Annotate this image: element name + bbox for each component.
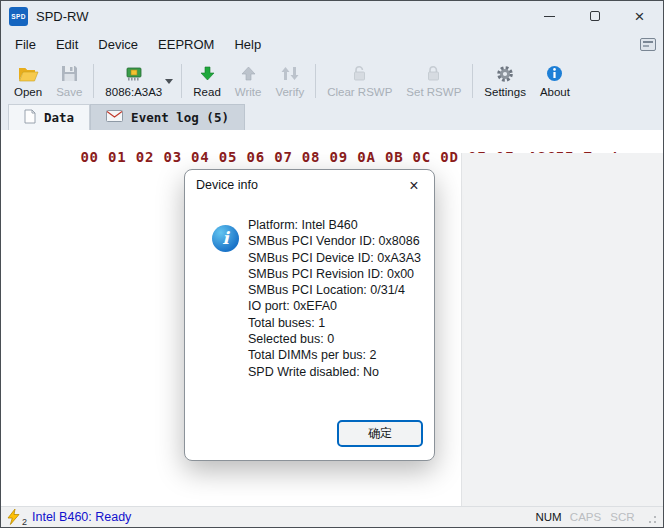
maximize-button[interactable] xyxy=(572,1,617,31)
menu-eeprom[interactable]: EEPROM xyxy=(148,33,224,56)
chip-icon xyxy=(125,64,143,84)
close-button[interactable]: × xyxy=(617,1,662,31)
unlock-icon xyxy=(352,64,367,84)
clear-rswp-label: Clear RSWP xyxy=(327,86,392,98)
tab-event-log-label: Event log (5) xyxy=(131,110,229,125)
tab-event-log[interactable]: Event log (5) xyxy=(90,104,245,130)
info-line-dimms-per-bus: Total DIMMs per bus: 2 xyxy=(248,347,421,363)
status-bar: 2 Intel B460: Ready NUM CAPS SCR xyxy=(1,506,663,527)
toolbar-panel-icon[interactable] xyxy=(640,37,656,55)
read-arrow-down-icon xyxy=(199,64,216,84)
dialog-title: Device info xyxy=(196,178,258,192)
settings-button[interactable]: Settings xyxy=(477,59,533,102)
set-rswp-label: Set RSWP xyxy=(406,86,461,98)
caps-indicator: CAPS xyxy=(567,511,604,523)
title-bar: SPD SPD-RW × xyxy=(1,1,663,31)
info-icon-glyph: i xyxy=(222,230,228,247)
minimize-icon xyxy=(544,16,555,17)
device-info-text: Platform: Intel B460 SMBus PCI Vendor ID… xyxy=(248,217,421,380)
verify-label: Verify xyxy=(275,86,304,98)
ok-button[interactable]: 确定 xyxy=(337,420,423,447)
device-info-dialog: Device info × i Platform: Intel B460 SMB… xyxy=(184,169,435,461)
scr-indicator: SCR xyxy=(604,511,641,523)
window-title: SPD-RW xyxy=(36,9,88,24)
about-label: About xyxy=(540,86,570,98)
clear-rswp-button[interactable]: Clear RSWP xyxy=(320,59,399,102)
info-line-selected-bus: Selected bus: 0 xyxy=(248,331,421,347)
status-text: Intel B460: Ready xyxy=(32,510,131,524)
tab-data-label: Data xyxy=(44,110,74,125)
menu-device[interactable]: Device xyxy=(88,33,148,56)
read-button[interactable]: Read xyxy=(186,59,228,102)
menu-edit[interactable]: Edit xyxy=(46,33,88,56)
info-icon: i xyxy=(212,225,239,252)
info-line-location: SMBus PCI Location: 0/31/4 xyxy=(248,282,421,298)
toolbar-separator xyxy=(315,64,316,98)
settings-label: Settings xyxy=(484,86,526,98)
close-icon: × xyxy=(409,178,418,194)
tab-data[interactable]: Data xyxy=(8,104,90,130)
toolbar-separator xyxy=(93,64,94,98)
info-line-platform: Platform: Intel B460 xyxy=(248,217,421,233)
verify-arrows-icon xyxy=(280,64,300,84)
minimize-button[interactable] xyxy=(527,1,572,31)
write-arrow-up-icon xyxy=(240,64,257,84)
about-button[interactable]: About xyxy=(533,59,577,102)
save-button[interactable]: Save xyxy=(49,59,89,102)
menu-file[interactable]: File xyxy=(5,33,46,56)
device-select-value: 8086:A3A3 xyxy=(105,86,162,98)
keyboard-indicators: NUM CAPS SCR xyxy=(530,510,657,524)
resize-grip[interactable] xyxy=(643,510,657,524)
save-floppy-icon xyxy=(61,64,78,84)
open-folder-icon xyxy=(18,64,39,84)
hex-header-bytes: 00 01 02 03 04 05 06 07 08 09 0A 0B 0C 0… xyxy=(80,149,514,165)
gear-icon xyxy=(496,64,514,84)
hex-side-panel xyxy=(461,153,663,506)
app-window: SPD SPD-RW × File Edit Device EEPROM Hel… xyxy=(0,0,664,528)
open-label: Open xyxy=(14,86,42,98)
open-button[interactable]: Open xyxy=(7,59,49,102)
info-line-revision-id: SMBus PCI Revision ID: 0x00 xyxy=(248,266,421,282)
envelope-icon xyxy=(106,110,123,125)
smbus-status-icon: 2 xyxy=(7,509,28,526)
verify-button[interactable]: Verify xyxy=(268,59,311,102)
lock-icon xyxy=(426,64,441,84)
info-circle-icon xyxy=(546,64,563,84)
device-select[interactable]: 8086:A3A3 xyxy=(98,59,177,102)
document-icon xyxy=(24,109,36,127)
app-icon-label: SPD xyxy=(11,13,25,20)
app-icon: SPD xyxy=(9,7,28,26)
save-label: Save xyxy=(56,86,82,98)
chevron-down-icon xyxy=(165,79,173,84)
read-label: Read xyxy=(193,86,221,98)
dialog-close-button[interactable]: × xyxy=(398,172,430,200)
write-label: Write xyxy=(235,86,262,98)
info-line-vendor-id: SMBus PCI Vendor ID: 0x8086 xyxy=(248,233,421,249)
num-indicator: NUM xyxy=(530,511,567,523)
info-line-write-disabled: SPD Write disabled: No xyxy=(248,364,421,380)
maximize-icon xyxy=(590,11,600,21)
tab-bar: Data Event log (5) xyxy=(1,104,663,130)
close-icon: × xyxy=(635,8,645,25)
menu-bar: File Edit Device EEPROM Help xyxy=(1,31,663,57)
toolbar-separator xyxy=(472,64,473,98)
toolbar-separator xyxy=(181,64,182,98)
info-line-device-id: SMBus PCI Device ID: 0xA3A3 xyxy=(248,250,421,266)
info-line-total-buses: Total buses: 1 xyxy=(248,315,421,331)
dialog-title-bar: Device info xyxy=(185,170,434,200)
window-controls: × xyxy=(527,1,662,31)
set-rswp-button[interactable]: Set RSWP xyxy=(399,59,468,102)
ok-button-label: 确定 xyxy=(368,425,392,442)
menu-help[interactable]: Help xyxy=(224,33,271,56)
write-button[interactable]: Write xyxy=(228,59,269,102)
info-line-io-port: IO port: 0xEFA0 xyxy=(248,298,421,314)
bus-count-badge: 2 xyxy=(22,517,27,527)
toolbar: Open Save 8086:A3A3 Read xyxy=(1,57,663,104)
